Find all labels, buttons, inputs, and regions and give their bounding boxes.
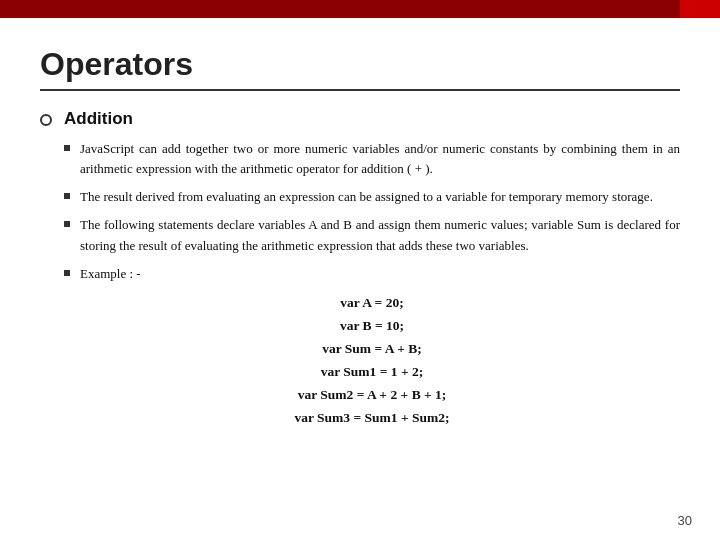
bullet-icon — [64, 270, 70, 276]
list-item: JavaScript can add together two or more … — [64, 139, 680, 179]
bullet-icon — [64, 193, 70, 199]
code-line-2: var B = 10; — [64, 315, 680, 338]
bullet-text-4: Example : - — [80, 264, 680, 284]
bullet-text-3: The following statements declare variabl… — [80, 215, 680, 255]
bullet-icon — [64, 145, 70, 151]
top-bar-accent — [680, 0, 720, 18]
list-item: Example : - — [64, 264, 680, 284]
main-content: Operators Addition JavaScript can add to… — [0, 18, 720, 449]
code-line-4: var Sum1 = 1 + 2; — [64, 361, 680, 384]
section-heading: Addition — [64, 109, 680, 129]
list-item: The result derived from evaluating an ex… — [64, 187, 680, 207]
code-line-1: var A = 20; — [64, 292, 680, 315]
section-content: Addition JavaScript can add together two… — [64, 109, 680, 429]
bullet-list: JavaScript can add together two or more … — [64, 139, 680, 284]
bullet-text-2: The result derived from evaluating an ex… — [80, 187, 680, 207]
page-title: Operators — [40, 46, 680, 83]
bullet-icon — [64, 221, 70, 227]
code-block: var A = 20; var B = 10; var Sum = A + B;… — [64, 292, 680, 430]
code-line-6: var Sum3 = Sum1 + Sum2; — [64, 407, 680, 430]
code-line-3: var Sum = A + B; — [64, 338, 680, 361]
code-line-5: var Sum2 = A + 2 + B + 1; — [64, 384, 680, 407]
section-bullet — [40, 114, 52, 126]
divider — [40, 89, 680, 91]
page-number: 30 — [678, 513, 692, 528]
main-section: Addition JavaScript can add together two… — [40, 109, 680, 429]
list-item: The following statements declare variabl… — [64, 215, 680, 255]
bullet-text-1: JavaScript can add together two or more … — [80, 139, 680, 179]
top-bar — [0, 0, 720, 18]
